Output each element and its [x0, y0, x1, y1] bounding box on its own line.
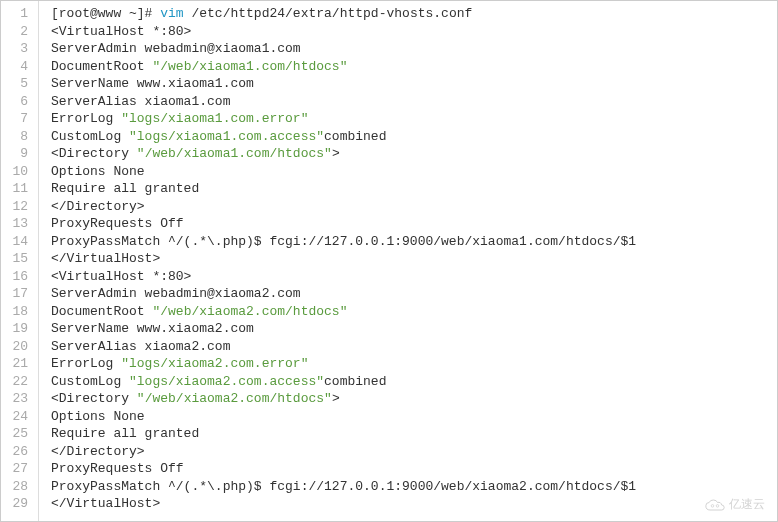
code-line: <VirtualHost *:80> — [51, 268, 777, 286]
line-number: 14 — [1, 233, 38, 251]
code-line: </Directory> — [51, 443, 777, 461]
watermark-text: 亿速云 — [729, 496, 765, 513]
code-token: ProxyPassMatch ^/(.*\.php)$ fcgi://127.0… — [51, 234, 636, 249]
line-number: 11 — [1, 180, 38, 198]
line-number: 24 — [1, 408, 38, 426]
code-line: <VirtualHost *:80> — [51, 23, 777, 41]
code-token: <Directory — [51, 146, 137, 161]
line-number: 13 — [1, 215, 38, 233]
code-token: <VirtualHost *:80> — [51, 269, 191, 284]
code-line: ServerAlias xiaoma1.com — [51, 93, 777, 111]
code-line: </VirtualHost> — [51, 495, 777, 513]
cloud-icon — [705, 499, 725, 511]
code-token: <VirtualHost *:80> — [51, 24, 191, 39]
code-token: ProxyPassMatch ^/(.*\.php)$ fcgi://127.0… — [51, 479, 636, 494]
code-token: DocumentRoot — [51, 304, 152, 319]
code-token: </VirtualHost> — [51, 496, 160, 511]
line-number: 19 — [1, 320, 38, 338]
line-number: 2 — [1, 23, 38, 41]
code-token: ServerAlias xiaoma2.com — [51, 339, 230, 354]
code-token: ErrorLog — [51, 111, 121, 126]
line-number: 15 — [1, 250, 38, 268]
code-line: Require all granted — [51, 425, 777, 443]
code-token: DocumentRoot — [51, 59, 152, 74]
code-token: ProxyRequests Off — [51, 216, 184, 231]
line-number: 22 — [1, 373, 38, 391]
code-token: "logs/xiaoma2.com.error" — [121, 356, 308, 371]
code-block: 1234567891011121314151617181920212223242… — [1, 1, 777, 521]
code-line: Require all granted — [51, 180, 777, 198]
code-token: ServerAdmin webadmin@xiaoma1.com — [51, 41, 301, 56]
code-token: Require all granted — [51, 181, 199, 196]
line-number-gutter: 1234567891011121314151617181920212223242… — [1, 1, 39, 521]
code-token: Options None — [51, 409, 145, 424]
code-line: <Directory "/web/xiaoma2.com/htdocs"> — [51, 390, 777, 408]
code-token: "logs/xiaoma2.com.access" — [129, 374, 324, 389]
code-line: ServerName www.xiaoma1.com — [51, 75, 777, 93]
code-line: ErrorLog "logs/xiaoma1.com.error" — [51, 110, 777, 128]
code-line: ServerAlias xiaoma2.com — [51, 338, 777, 356]
code-line: ProxyRequests Off — [51, 460, 777, 478]
code-token: "/web/xiaoma1.com/htdocs" — [152, 59, 347, 74]
svg-point-1 — [716, 504, 719, 507]
line-number: 4 — [1, 58, 38, 76]
code-token: vim — [160, 6, 183, 21]
code-token: CustomLog — [51, 374, 129, 389]
line-number: 7 — [1, 110, 38, 128]
line-number: 10 — [1, 163, 38, 181]
line-number: 8 — [1, 128, 38, 146]
code-token: ServerName www.xiaoma1.com — [51, 76, 254, 91]
code-token: [root@www ~]# — [51, 6, 152, 21]
code-token: ErrorLog — [51, 356, 121, 371]
line-number: 17 — [1, 285, 38, 303]
line-number: 18 — [1, 303, 38, 321]
line-number: 6 — [1, 93, 38, 111]
code-line: DocumentRoot "/web/xiaoma1.com/htdocs" — [51, 58, 777, 76]
svg-point-0 — [711, 504, 714, 507]
code-line: ServerAdmin webadmin@xiaoma1.com — [51, 40, 777, 58]
line-number: 25 — [1, 425, 38, 443]
code-line: ProxyPassMatch ^/(.*\.php)$ fcgi://127.0… — [51, 233, 777, 251]
code-token: ServerAdmin webadmin@xiaoma2.com — [51, 286, 301, 301]
line-number: 9 — [1, 145, 38, 163]
code-token: combined — [324, 129, 386, 144]
code-area[interactable]: [root@www ~]# vim /etc/httpd24/extra/htt… — [39, 1, 777, 521]
code-token: "/web/xiaoma2.com/htdocs" — [152, 304, 347, 319]
code-token: > — [332, 146, 340, 161]
line-number: 29 — [1, 495, 38, 513]
code-line: CustomLog "logs/xiaoma2.com.access"combi… — [51, 373, 777, 391]
code-line: Options None — [51, 408, 777, 426]
code-token: ServerName www.xiaoma2.com — [51, 321, 254, 336]
code-line: </VirtualHost> — [51, 250, 777, 268]
code-token: CustomLog — [51, 129, 129, 144]
line-number: 21 — [1, 355, 38, 373]
code-line: </Directory> — [51, 198, 777, 216]
code-token: </Directory> — [51, 199, 145, 214]
code-token: ServerAlias xiaoma1.com — [51, 94, 230, 109]
code-line: [root@www ~]# vim /etc/httpd24/extra/htt… — [51, 5, 777, 23]
code-token: </VirtualHost> — [51, 251, 160, 266]
code-token: <Directory — [51, 391, 137, 406]
watermark: 亿速云 — [705, 496, 765, 513]
line-number: 12 — [1, 198, 38, 216]
code-line: ServerName www.xiaoma2.com — [51, 320, 777, 338]
line-number: 28 — [1, 478, 38, 496]
code-line: ErrorLog "logs/xiaoma2.com.error" — [51, 355, 777, 373]
line-number: 23 — [1, 390, 38, 408]
line-number: 16 — [1, 268, 38, 286]
code-line: DocumentRoot "/web/xiaoma2.com/htdocs" — [51, 303, 777, 321]
code-token: Options None — [51, 164, 145, 179]
code-line: ServerAdmin webadmin@xiaoma2.com — [51, 285, 777, 303]
code-line: ProxyRequests Off — [51, 215, 777, 233]
code-token: /etc/httpd24/extra/httpd-vhosts.conf — [184, 6, 473, 21]
code-token: ProxyRequests Off — [51, 461, 184, 476]
code-line: Options None — [51, 163, 777, 181]
line-number: 1 — [1, 5, 38, 23]
code-token: "/web/xiaoma1.com/htdocs" — [137, 146, 332, 161]
line-number: 20 — [1, 338, 38, 356]
line-number: 5 — [1, 75, 38, 93]
line-number: 26 — [1, 443, 38, 461]
line-number: 3 — [1, 40, 38, 58]
code-token: </Directory> — [51, 444, 145, 459]
code-line: ProxyPassMatch ^/(.*\.php)$ fcgi://127.0… — [51, 478, 777, 496]
